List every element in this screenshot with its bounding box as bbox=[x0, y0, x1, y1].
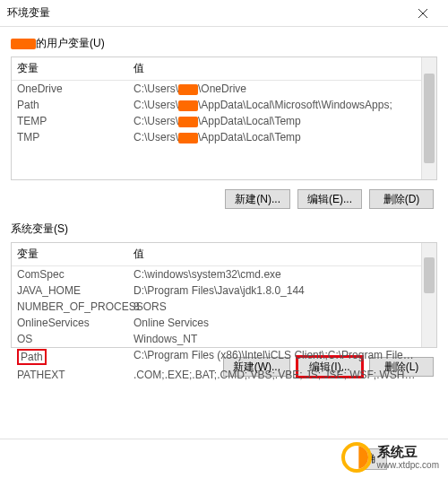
user-delete-button[interactable]: 删除(D) bbox=[369, 189, 434, 209]
table-row[interactable]: PathC:\Program Files (x86)\Intel\iCLS Cl… bbox=[12, 347, 421, 367]
table-row[interactable]: OSWindows_NT bbox=[12, 331, 421, 347]
scroll-thumb[interactable] bbox=[424, 257, 435, 293]
cell-name: TEMP bbox=[17, 115, 134, 127]
cell-name: JAVA_HOME bbox=[17, 284, 134, 297]
user-buttons: 新建(N)... 编辑(E)... 删除(D) bbox=[11, 180, 437, 218]
table-row[interactable]: ComSpecC:\windows\system32\cmd.exe bbox=[12, 266, 421, 282]
cell-value: .COM;.EXE;.BAT;.CMD;.VBS;.VBE;.JS;.JSE;.… bbox=[134, 369, 416, 381]
table-row[interactable]: OnlineServicesOnline Services bbox=[12, 315, 421, 331]
sys-scrollbar[interactable] bbox=[421, 243, 436, 347]
table-row[interactable]: TMPC:\Users\\AppData\Local\Temp bbox=[12, 129, 421, 145]
redacted-span bbox=[178, 117, 198, 127]
cell-value: D:\Program Files\Java\jdk1.8.0_144 bbox=[134, 284, 416, 297]
cell-name: PATHEXT bbox=[17, 369, 134, 381]
col-header-value: 值 bbox=[134, 247, 416, 262]
user-vars-list[interactable]: 变量 值 OneDriveC:\Users\\OneDrivePathC:\Us… bbox=[11, 56, 437, 180]
cell-name: OneDrive bbox=[17, 83, 134, 95]
table-row[interactable]: NUMBER_OF_PROCESSORS8 bbox=[12, 299, 421, 315]
table-row[interactable]: PATHEXT.COM;.EXE;.BAT;.CMD;.VBS;.VBE;.JS… bbox=[12, 367, 421, 383]
cell-value: Windows_NT bbox=[134, 333, 416, 345]
cell-value: 8 bbox=[134, 300, 416, 313]
user-scrollbar[interactable] bbox=[421, 57, 436, 179]
watermark: 系统豆 www.xtdpc.com bbox=[341, 442, 439, 473]
watermark-url: www.xtdpc.com bbox=[377, 460, 439, 470]
redacted-span bbox=[178, 133, 198, 143]
table-row[interactable]: JAVA_HOMED:\Program Files\Java\jdk1.8.0_… bbox=[12, 282, 421, 299]
close-button[interactable] bbox=[405, 1, 441, 26]
user-vars-label: 的用户变量(U) bbox=[11, 36, 437, 51]
sys-list-header: 变量 值 bbox=[12, 243, 421, 266]
redacted-span bbox=[178, 84, 198, 95]
titlebar: 环境变量 bbox=[0, 0, 448, 27]
dialog-body: 的用户变量(U) 变量 值 OneDriveC:\Users\\OneDrive… bbox=[0, 27, 448, 386]
cell-value: C:\Program Files (x86)\Intel\iCLS Client… bbox=[134, 349, 416, 365]
col-header-name: 变量 bbox=[17, 247, 134, 262]
watermark-name: 系统豆 bbox=[377, 445, 439, 460]
cell-value: Online Services bbox=[134, 317, 416, 329]
sys-vars-label: 系统变量(S) bbox=[11, 222, 437, 237]
cell-name: NUMBER_OF_PROCESSORS bbox=[17, 300, 134, 313]
sys-vars-list[interactable]: 变量 值 ComSpecC:\windows\system32\cmd.exeJ… bbox=[11, 242, 437, 348]
table-row[interactable]: PathC:\Users\\AppData\Local\Microsoft\Wi… bbox=[12, 97, 421, 113]
cell-name: TMP bbox=[17, 131, 134, 143]
cell-name: OS bbox=[17, 333, 134, 345]
cell-name: OnlineServices bbox=[17, 317, 134, 329]
redacted-span bbox=[178, 100, 198, 111]
watermark-logo-icon bbox=[341, 442, 372, 473]
cell-name: Path bbox=[17, 349, 134, 365]
redacted-username bbox=[11, 39, 36, 49]
table-row[interactable]: OneDriveC:\Users\\OneDrive bbox=[12, 81, 421, 97]
cell-value: C:\Users\\OneDrive bbox=[134, 83, 416, 95]
scroll-thumb[interactable] bbox=[424, 74, 435, 163]
cell-value: C:\Users\\AppData\Local\Temp bbox=[134, 115, 416, 127]
cell-value: C:\windows\system32\cmd.exe bbox=[134, 268, 416, 281]
window-title: 环境变量 bbox=[7, 5, 405, 21]
user-new-button[interactable]: 新建(N)... bbox=[225, 189, 290, 209]
user-list-header: 变量 值 bbox=[12, 57, 421, 81]
cell-name: ComSpec bbox=[17, 268, 134, 281]
close-icon bbox=[418, 9, 427, 18]
cell-value: C:\Users\\AppData\Local\Temp bbox=[134, 131, 416, 143]
col-header-name: 变量 bbox=[17, 61, 134, 76]
table-row[interactable]: TEMPC:\Users\\AppData\Local\Temp bbox=[12, 113, 421, 129]
cell-value: C:\Users\\AppData\Local\Microsoft\Window… bbox=[134, 99, 416, 111]
col-header-value: 值 bbox=[134, 61, 416, 76]
user-edit-button[interactable]: 编辑(E)... bbox=[297, 189, 362, 209]
cell-name: Path bbox=[17, 99, 134, 111]
